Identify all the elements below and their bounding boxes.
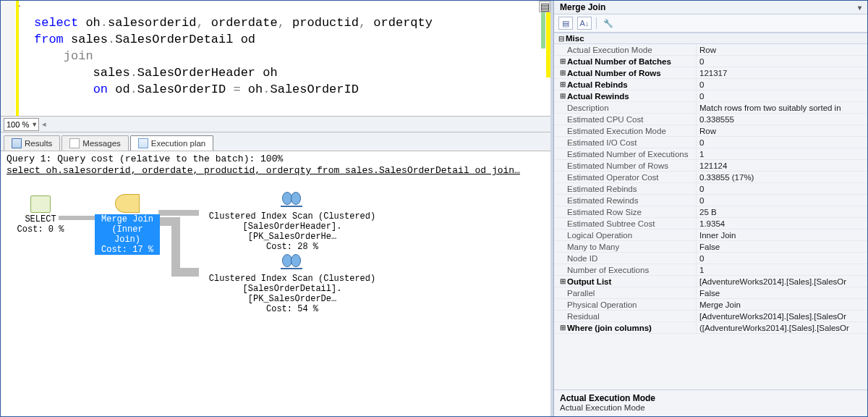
property-name: Estimated Row Size xyxy=(554,206,696,217)
sort-button[interactable]: A↓ xyxy=(577,17,592,30)
property-category-row[interactable]: ⊟ Misc xyxy=(554,33,867,44)
plan-node-label: Clustered Index Scan (Clustered) xyxy=(202,211,383,222)
property-row[interactable]: Logical OperationInner Join xyxy=(554,229,867,241)
categorize-button[interactable]: ▤ xyxy=(558,17,573,30)
property-row[interactable]: Estimated I/O Cost0 xyxy=(554,137,867,148)
property-row[interactable]: Node ID0 xyxy=(554,253,867,264)
expand-icon[interactable]: ⊞ xyxy=(558,57,567,65)
property-value: Row xyxy=(696,44,867,55)
tab-plan-label: Execution plan xyxy=(151,139,205,148)
property-row[interactable]: Estimated Rewinds0 xyxy=(554,195,867,206)
property-row[interactable]: Estimated CPU Cost0.338555 xyxy=(554,114,867,125)
property-value: 0 xyxy=(696,253,867,264)
plan-canvas[interactable]: SELECT Cost: 0 % Merge Join(Inner Join)C… xyxy=(1,181,550,416)
split-icon[interactable]: ▤ xyxy=(539,1,550,12)
property-value: 0 xyxy=(696,137,867,148)
property-name: Parallel xyxy=(554,287,696,298)
property-row[interactable]: Actual Execution ModeRow xyxy=(554,44,867,56)
execution-plan-panel: Query 1: Query cost (relative to the bat… xyxy=(1,151,550,416)
property-row[interactable]: ⊞Actual Number of Rows121317 xyxy=(554,67,867,79)
property-row[interactable]: Estimated Number of Executions1 xyxy=(554,148,867,160)
expand-icon[interactable]: ⊞ xyxy=(558,324,567,332)
property-row[interactable]: Estimated Subtree Cost1.9354 xyxy=(554,218,867,229)
property-row[interactable]: Estimated Row Size25 B xyxy=(554,206,867,218)
property-value: 0.338555 xyxy=(696,114,867,125)
expand-icon[interactable]: ⊞ xyxy=(558,69,567,77)
plan-node-select[interactable]: SELECT Cost: 0 % xyxy=(15,195,66,235)
messages-icon xyxy=(69,138,80,148)
chevron-down-icon[interactable]: ▾ xyxy=(858,4,861,12)
zoom-bar: 100 % ▼ ◂ xyxy=(1,117,550,132)
plan-node-scan-header[interactable]: Clustered Index Scan (Clustered) [SalesO… xyxy=(202,191,383,252)
property-name: Estimated I/O Cost xyxy=(554,137,696,148)
tab-messages[interactable]: Messages xyxy=(61,135,128,151)
zoom-dropdown[interactable]: 100 % ▼ xyxy=(4,118,39,131)
property-row[interactable]: ⊞Output List[AdventureWorks2014].[Sales]… xyxy=(554,276,867,287)
plan-query-text: select oh.salesorderid, orderdate, produ… xyxy=(7,165,545,177)
plan-icon xyxy=(138,138,148,148)
sql-editor[interactable]: − select oh.salesorderid, orderdate, pro… xyxy=(1,1,550,117)
plan-node-scan-detail[interactable]: Clustered Index Scan (Clustered) [SalesO… xyxy=(202,253,383,314)
property-value: 0 xyxy=(696,56,867,67)
collapse-icon: ⊟ xyxy=(557,35,566,43)
property-row[interactable]: Estimated Operator Cost0.33855 (17%) xyxy=(554,172,867,183)
expand-icon[interactable]: ⊞ xyxy=(558,80,567,88)
property-row[interactable]: Physical OperationMerge Join xyxy=(554,299,867,311)
property-row[interactable]: Estimated Execution ModeRow xyxy=(554,125,867,137)
index-scan-icon xyxy=(279,253,305,272)
code-text[interactable]: select oh.salesorderid, orderdate, produ… xyxy=(30,13,536,104)
property-name: ⊞Where (join columns) xyxy=(554,322,696,333)
property-name: ⊞Output List xyxy=(554,276,696,287)
property-row[interactable]: Number of Executions1 xyxy=(554,264,867,276)
property-row[interactable]: DescriptionMatch rows from two suitably … xyxy=(554,102,867,114)
plan-node-cost: Cost: 28 % xyxy=(202,242,383,252)
category-label: Misc xyxy=(566,34,584,43)
property-row[interactable]: Many to ManyFalse xyxy=(554,241,867,253)
overview-ruler: ▤ xyxy=(537,1,550,116)
property-name: Number of Executions xyxy=(554,264,696,275)
plan-node-cost: Cost: 0 % xyxy=(15,224,66,235)
property-row[interactable]: ⊞Actual Rebinds0 xyxy=(554,79,867,90)
property-value: 0 xyxy=(696,195,867,206)
property-name: Actual Execution Mode xyxy=(554,44,696,55)
plan-node-merge-join[interactable]: Merge Join(Inner Join)Cost: 17 % xyxy=(95,194,160,255)
tab-results-label: Results xyxy=(25,139,52,148)
editor-nav-left[interactable]: ◂ xyxy=(42,119,46,129)
expand-icon[interactable]: ⊞ xyxy=(558,277,567,285)
property-name: Estimated Rewinds xyxy=(554,195,696,206)
property-value: 1 xyxy=(696,264,867,275)
plan-arrow xyxy=(171,268,199,277)
plan-node-sublabel: [SalesOrderHeader].[PK_SalesOrderHe… xyxy=(202,222,383,242)
property-name: Estimated Subtree Cost xyxy=(554,218,696,229)
property-pages-button[interactable]: 🔧 xyxy=(601,17,616,30)
plan-node-sublabel: [SalesOrderDetail].[PK_SalesOrderDe… xyxy=(202,284,383,304)
properties-grid[interactable]: ⊟ MiscActual Execution ModeRow⊞Actual Nu… xyxy=(554,33,867,389)
property-value: 1 xyxy=(696,148,867,159)
property-value: 1.9354 xyxy=(696,218,867,229)
change-track-left: − xyxy=(15,1,28,116)
select-icon xyxy=(30,195,51,213)
tab-results[interactable]: Results xyxy=(4,135,60,151)
zoom-value: 100 % xyxy=(7,120,29,129)
properties-panel: Merge Join ▾ ▤ A↓ 🔧 ⊟ MiscActual Executi… xyxy=(553,1,867,416)
plan-arrow xyxy=(171,217,180,275)
property-row[interactable]: ⊞Actual Rewinds0 xyxy=(554,90,867,102)
property-name: Many to Many xyxy=(554,241,696,252)
property-value: 25 B xyxy=(696,206,867,217)
property-row[interactable]: Estimated Rebinds0 xyxy=(554,183,867,195)
property-row[interactable]: ParallelFalse xyxy=(554,287,867,299)
property-name: Physical Operation xyxy=(554,299,696,310)
plan-node-label: Merge Join(Inner Join)Cost: 17 % xyxy=(95,214,160,255)
editor-gutter xyxy=(1,1,15,116)
property-row[interactable]: ⊞Where (join columns)([AdventureWorks201… xyxy=(554,322,867,334)
plan-cost-line: Query 1: Query cost (relative to the bat… xyxy=(7,153,545,165)
property-row[interactable]: Estimated Number of Rows121124 xyxy=(554,160,867,172)
tab-execution-plan[interactable]: Execution plan xyxy=(130,135,213,151)
property-row[interactable]: ⊞Actual Number of Batches0 xyxy=(554,56,867,67)
property-row[interactable]: Residual[AdventureWorks2014].[Sales].[Sa… xyxy=(554,311,867,322)
property-name: Estimated CPU Cost xyxy=(554,114,696,125)
index-scan-icon xyxy=(279,191,305,210)
expand-icon[interactable]: ⊞ xyxy=(558,92,567,100)
property-value: Merge Join xyxy=(696,299,867,310)
property-value: [AdventureWorks2014].[Sales].[SalesOr xyxy=(696,311,867,321)
